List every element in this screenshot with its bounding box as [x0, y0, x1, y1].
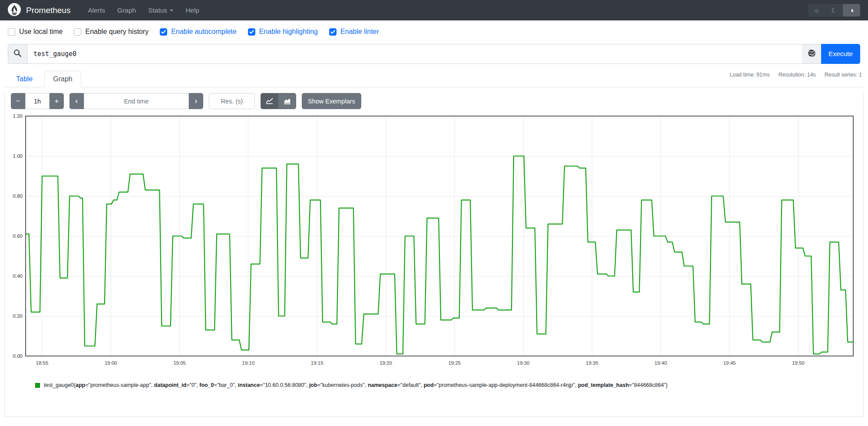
checkbox-label: Enable highlighting	[259, 28, 318, 36]
stacked-chart-toggle-button[interactable]	[278, 93, 296, 109]
series-line	[26, 156, 853, 354]
range-input[interactable]	[25, 93, 50, 109]
theme-dark-button[interactable]: ☾	[825, 4, 843, 17]
checkbox-use-local-time[interactable]: Use local time	[8, 28, 63, 36]
range-increase-button[interactable]: +	[50, 93, 64, 109]
x-axis-tick-label: 19:15	[311, 360, 323, 366]
range-decrease-button[interactable]: −	[11, 93, 25, 109]
tabs-row: TableGraph Load time: 91ms Resolution: 1…	[4, 71, 864, 87]
x-axis-tick-label: 19:25	[448, 360, 461, 366]
range-control: − +	[11, 93, 64, 109]
endtime-control: ‹ ›	[69, 93, 203, 109]
execute-button[interactable]: Execute	[821, 44, 860, 64]
checkbox-label: Enable autocomplete	[171, 28, 236, 36]
y-axis-tick-label: 0.40	[13, 273, 23, 279]
x-axis-tick-label: 19:40	[654, 360, 667, 366]
show-exemplars-button[interactable]: Show Exemplars	[302, 93, 361, 109]
checkbox-enable-linter[interactable]: Enable linter	[329, 28, 379, 36]
navbar: Prometheus AlertsGraphStatusHelp ☼☾◑	[0, 0, 868, 20]
brand-name: Prometheus	[26, 6, 70, 15]
dark-theme-icon: ☾	[831, 7, 837, 14]
nav-item-help[interactable]: Help	[179, 3, 205, 18]
y-axis-tick-label: 0.60	[13, 233, 23, 239]
time-back-button[interactable]: ‹	[69, 93, 84, 109]
globe-icon	[808, 49, 816, 59]
x-axis-tick-label: 19:10	[242, 360, 255, 366]
metrics-explorer-button[interactable]	[802, 44, 821, 64]
checked-checkbox-icon	[329, 28, 337, 36]
end-time-input[interactable]	[84, 93, 189, 109]
options-row: Use local timeEnable query historyEnable…	[0, 20, 868, 42]
x-axis-tick-label: 19:20	[380, 360, 392, 366]
theme-light-button[interactable]: ☼	[808, 4, 825, 17]
stat-resolution: Resolution: 14s	[779, 72, 816, 78]
query-bar: Execute	[8, 44, 860, 64]
legend[interactable]: test_gauge0{app="prometheus-sample-app",…	[35, 382, 860, 388]
time-forward-button[interactable]: ›	[189, 93, 203, 109]
stat-load-time: Load time: 91ms	[729, 72, 769, 78]
x-axis-tick-label: 19:35	[586, 360, 598, 366]
checked-checkbox-icon	[160, 28, 167, 36]
y-axis-tick-label: 1.00	[13, 153, 23, 159]
graph-panel: − + ‹ ›	[4, 93, 864, 417]
x-axis-tick-label: 19:50	[792, 360, 805, 366]
line-chart-icon	[266, 97, 273, 106]
series-label: test_gauge0{app="prometheus-sample-app",…	[44, 382, 667, 388]
tab-graph[interactable]: Graph	[44, 71, 81, 87]
x-axis-tick-label: 19:00	[105, 360, 117, 366]
checkbox-label: Use local time	[19, 28, 63, 36]
theme-toggle: ☼☾◑	[808, 4, 860, 17]
auto-theme-icon: ◑	[849, 7, 854, 14]
prometheus-logo-icon	[8, 3, 21, 18]
search-icon	[13, 49, 22, 59]
x-axis-tick-label: 18:55	[36, 360, 49, 366]
light-theme-icon: ☼	[814, 7, 820, 14]
checkbox-enable-autocomplete[interactable]: Enable autocomplete	[160, 28, 236, 36]
query-input[interactable]	[27, 44, 802, 64]
brand[interactable]: Prometheus	[8, 3, 70, 18]
stat-result-series: Result series: 1	[825, 72, 862, 78]
checkbox-label: Enable query history	[85, 28, 149, 36]
unchecked-checkbox-icon	[8, 28, 15, 36]
theme-auto-button[interactable]: ◑	[843, 4, 860, 17]
line-chart-toggle-button[interactable]	[261, 93, 278, 109]
chart-area: 0.000.200.400.600.801.001.2018:5519:0019…	[8, 113, 860, 372]
caret-down-icon	[170, 10, 173, 11]
x-axis-tick-label: 19:30	[517, 360, 530, 366]
chart-type-toggle	[261, 93, 296, 109]
x-axis-tick-label: 19:45	[723, 360, 736, 366]
checkbox-enable-query-history[interactable]: Enable query history	[74, 28, 149, 36]
series-swatch-icon	[35, 383, 40, 388]
x-axis-tick-label: 19:05	[173, 360, 186, 366]
query-stats: Load time: 91ms Resolution: 14s Result s…	[729, 72, 862, 78]
y-axis-tick-label: 1.20	[13, 113, 23, 119]
y-axis-tick-label: 0.20	[13, 313, 23, 319]
graph-canvas[interactable]: 0.000.200.400.600.801.001.2018:5519:0019…	[8, 113, 858, 370]
nav-item-alerts[interactable]: Alerts	[82, 3, 111, 18]
unchecked-checkbox-icon	[74, 28, 81, 36]
tab-table[interactable]: Table	[8, 71, 41, 87]
y-axis-tick-label: 0.80	[13, 193, 23, 199]
search-addon	[8, 44, 27, 64]
checked-checkbox-icon	[248, 28, 255, 36]
nav-item-graph[interactable]: Graph	[111, 3, 142, 18]
prometheus-app: Prometheus AlertsGraphStatusHelp ☼☾◑ Use…	[0, 0, 868, 426]
graph-toolbar: − + ‹ ›	[11, 93, 860, 109]
nav-links: AlertsGraphStatusHelp	[82, 3, 205, 18]
resolution-input[interactable]	[209, 93, 255, 109]
nav-item-status[interactable]: Status	[142, 3, 179, 18]
stacked-chart-icon	[284, 97, 291, 106]
y-axis-tick-label: 0.00	[13, 353, 23, 359]
checkbox-enable-highlighting[interactable]: Enable highlighting	[248, 28, 318, 36]
checkbox-label: Enable linter	[340, 28, 379, 36]
